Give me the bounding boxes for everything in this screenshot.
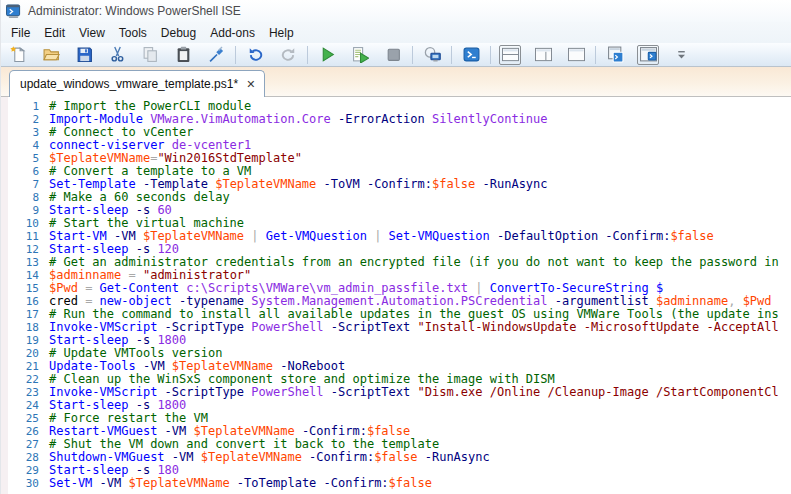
code-token: $Pwd xyxy=(49,281,78,295)
code-token: -Confirm: xyxy=(302,450,374,464)
code-token: Update-Tools xyxy=(49,359,136,373)
code-token: = xyxy=(121,268,143,282)
code-line[interactable]: 30Set-VM -VM $TeplateVMName -ToTemplate … xyxy=(1,477,791,490)
code-token: | xyxy=(367,229,389,243)
code-token: -RunAsync xyxy=(475,177,547,191)
code-token: $Pwd xyxy=(735,294,771,308)
menu-item-file[interactable]: File xyxy=(4,23,37,43)
code-token: "Win2016StdTemplate" xyxy=(157,151,302,165)
code-token: $false xyxy=(367,424,410,438)
code-token: System.Management.Automation.PSCredentia… xyxy=(244,294,547,308)
code-token: # Shut the VM down and convert it back t… xyxy=(49,437,439,451)
code-token: "administrator" xyxy=(143,268,251,282)
code-token: -ScriptText xyxy=(324,385,411,399)
code-token: 1800 xyxy=(150,398,186,412)
code-token: -VM xyxy=(165,450,194,464)
stop-operation-icon[interactable] xyxy=(382,45,404,65)
code-text: Set-VM -VM $TeplateVMName -ToTemplate -C… xyxy=(39,477,432,490)
new-remote-powershell-tab-icon[interactable] xyxy=(421,45,443,65)
show-script-pane-right-icon[interactable] xyxy=(532,45,554,65)
menu-item-addons[interactable]: Add-ons xyxy=(203,23,262,43)
code-token: -VM xyxy=(92,476,121,490)
tab-close-icon[interactable]: ✕ xyxy=(246,78,255,90)
code-token: # Clean up the WinSxS component store an… xyxy=(49,372,555,386)
code-token: cred xyxy=(49,294,78,308)
code-token: # Import the PowerCLI module xyxy=(49,99,251,113)
code-token: Start-sleep xyxy=(49,463,128,477)
code-token: -ErrorAction xyxy=(331,112,425,126)
toolbar-separator xyxy=(235,46,236,64)
code-token: # Convert a template to a VM xyxy=(49,164,251,178)
code-token: Import-Module xyxy=(49,112,143,126)
clear-console-pane-icon[interactable] xyxy=(205,45,227,65)
start-powershell-icon[interactable] xyxy=(460,45,482,65)
code-token: PowerShell xyxy=(244,320,323,334)
new-powershell-tab-icon[interactable] xyxy=(604,45,626,65)
code-token: -NoReboot xyxy=(273,359,345,373)
code-token: -Confirm: xyxy=(598,229,670,243)
script-editor-pane[interactable]: 1# Import the PowerCLI module2Import-Mod… xyxy=(1,97,791,494)
code-token: $ xyxy=(649,281,663,295)
code-token: $TeplateVMName xyxy=(49,151,150,165)
code-token: $TeplateVMName xyxy=(165,359,273,373)
code-token: -Confirm: xyxy=(295,424,367,438)
show-script-pane-maximized-icon[interactable] xyxy=(565,45,587,65)
code-token: $false xyxy=(670,229,713,243)
code-token: $TeplateVMName xyxy=(194,450,302,464)
open-script-icon[interactable] xyxy=(40,45,62,65)
menu-item-help[interactable]: Help xyxy=(262,23,301,43)
run-selection-icon[interactable] xyxy=(349,45,371,65)
code-token: -VM xyxy=(157,424,186,438)
code-token: $TeplateVMName xyxy=(186,424,294,438)
menu-item-view[interactable]: View xyxy=(72,23,112,43)
code-token: $adminname xyxy=(49,268,121,282)
code-token: -ScriptType xyxy=(157,385,244,399)
code-token: # Get an administrator credentials from … xyxy=(49,255,779,269)
code-token: Restart-VMGuest xyxy=(49,424,157,438)
code-token: -Confirm: xyxy=(316,476,388,490)
code-token: VMware.VimAutomation.Core xyxy=(143,112,331,126)
undo-icon[interactable] xyxy=(244,45,266,65)
cut-icon[interactable] xyxy=(106,45,128,65)
window-title: Administrator: Windows PowerShell ISE xyxy=(28,4,241,18)
code-token: -s xyxy=(128,333,150,347)
toolbar-overflow-icon[interactable] xyxy=(670,45,692,65)
run-script-icon[interactable] xyxy=(316,45,338,65)
code-token: -s xyxy=(128,463,150,477)
code-token: -RunAsync xyxy=(417,450,489,464)
code-token: Invoke-VMScript xyxy=(49,320,157,334)
menu-item-tools[interactable]: Tools xyxy=(112,23,154,43)
save-icon[interactable] xyxy=(73,45,95,65)
show-script-pane-top-icon[interactable] xyxy=(499,45,521,65)
code-token: $TeplateVMName xyxy=(208,177,316,191)
menu-item-debug[interactable]: Debug xyxy=(154,23,203,43)
code-token: Set-VMQuestion xyxy=(389,229,490,243)
copy-icon[interactable] xyxy=(139,45,161,65)
code-token: | xyxy=(468,281,490,295)
code-token: ConvertTo-SecureString xyxy=(490,281,649,295)
code-token: Start-sleep xyxy=(49,242,128,256)
code-token: # Start the virtual machine xyxy=(49,216,244,230)
code-token: Set-VM xyxy=(49,476,92,490)
code-token: -VM xyxy=(107,229,136,243)
toolbar xyxy=(1,43,791,67)
code-token: -ScriptType xyxy=(157,320,244,334)
tab-strip: update_windows_vmware_template.ps1* ✕ xyxy=(1,67,791,97)
menu-item-edit[interactable]: Edit xyxy=(37,23,72,43)
code-token: Get-Content xyxy=(100,281,179,295)
toolbar-separator xyxy=(307,46,308,64)
code-token: Start-sleep xyxy=(49,203,128,217)
code-token: # Update VMTools version xyxy=(49,346,222,360)
redo-icon[interactable] xyxy=(277,45,299,65)
show-script-pane-icon[interactable] xyxy=(637,45,659,65)
code-token: -s xyxy=(128,242,150,256)
menu-bar: FileEditViewToolsDebugAdd-onsHelp xyxy=(1,22,791,43)
toolbar-separator xyxy=(595,46,596,64)
new-script-icon[interactable] xyxy=(7,45,29,65)
code-token: -ToTemplate xyxy=(230,476,317,490)
code-token: -DefaultOption xyxy=(490,229,598,243)
code-token: Start-sleep xyxy=(49,333,128,347)
tab-update-windows-vmware-template[interactable]: update_windows_vmware_template.ps1* ✕ xyxy=(9,70,265,97)
code-token: 120 xyxy=(150,242,179,256)
paste-icon[interactable] xyxy=(172,45,194,65)
